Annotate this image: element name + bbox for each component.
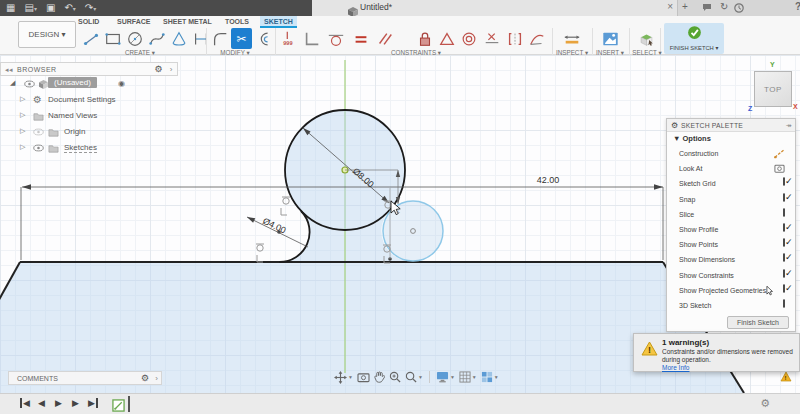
symmetry-constraint-icon[interactable] xyxy=(504,28,525,49)
comments-expand-icon[interactable]: › xyxy=(155,372,158,385)
circle-tool-icon[interactable] xyxy=(124,28,145,49)
comment-bubble-icon[interactable] xyxy=(702,3,712,14)
fillet-tool-icon[interactable] xyxy=(209,28,230,49)
sync-icon[interactable]: ↻ xyxy=(720,1,728,12)
show-points-checkbox[interactable] xyxy=(783,238,785,247)
driven-dimension-icon[interactable]: 999 xyxy=(279,28,300,49)
palette-row-slice[interactable]: Slice xyxy=(667,207,795,222)
curvature-constraint-icon[interactable] xyxy=(526,28,547,49)
expand-arrow-icon[interactable]: ▷ xyxy=(20,143,25,151)
finish-sketch-button[interactable]: FINISH SKETCH ▾ xyxy=(664,23,724,54)
ribbon-tab-sketch[interactable]: SKETCH xyxy=(260,16,297,28)
timeline-skip-end-icon[interactable]: ▶ xyxy=(88,398,98,408)
zoom-tool-icon[interactable] xyxy=(389,371,401,383)
timeline-sketch-feature-icon[interactable] xyxy=(112,398,125,414)
options-section-header[interactable]: ▼ Options xyxy=(667,132,795,146)
visibility-eye-icon[interactable] xyxy=(24,80,35,90)
browser-header[interactable]: ◂◂ BROWSER ⚙ › xyxy=(0,62,178,76)
viewports-icon[interactable]: ▼ xyxy=(481,371,499,383)
palette-row-show-projected-geometries[interactable]: Show Projected Geometries xyxy=(667,283,795,298)
timeline-play-icon[interactable]: ▶ xyxy=(55,398,62,408)
new-tab-icon[interactable]: + xyxy=(682,1,688,12)
slice-checkbox[interactable] xyxy=(783,208,785,217)
orbit-hand-icon[interactable] xyxy=(374,371,385,383)
help-icon[interactable]: ? xyxy=(795,1,800,12)
timeline-step-back-icon[interactable]: ◀ xyxy=(38,398,45,408)
save-icon[interactable]: ▣ xyxy=(46,0,55,16)
midpoint-constraint-icon[interactable] xyxy=(481,28,502,49)
palette-row-show-profile[interactable]: Show Profile xyxy=(667,222,795,237)
palette-row-snap[interactable]: Snap xyxy=(667,192,795,207)
ribbon-tab-sheetmetal[interactable]: SHEET METAL xyxy=(163,16,212,28)
sketch-palette-header[interactable]: ⚙ SKETCH PALETTE ↠ xyxy=(667,119,795,132)
display-settings-icon[interactable]: ▼ xyxy=(436,371,455,383)
palette-row-show-points[interactable]: Show Points xyxy=(667,237,795,252)
fit-tool-icon[interactable]: ▼ xyxy=(405,371,423,383)
concentric-constraint-icon[interactable] xyxy=(458,28,479,49)
snap-checkbox[interactable] xyxy=(783,193,785,202)
expand-arrow-icon[interactable]: ◢ xyxy=(10,79,15,87)
timeline-gear-icon[interactable]: ⚙ xyxy=(760,397,770,410)
clock-icon[interactable] xyxy=(734,3,744,15)
browser-row-sketches[interactable]: ▷ Sketches xyxy=(0,140,178,156)
timeline-skip-start-icon[interactable]: ◀ xyxy=(20,398,30,408)
show-constraints-checkbox[interactable] xyxy=(783,269,785,278)
cone-primitive-icon[interactable] xyxy=(168,28,189,49)
redo-icon[interactable]: ↷▾ xyxy=(85,0,96,17)
show-profile-checkbox[interactable] xyxy=(783,223,785,232)
offset-tool-icon[interactable] xyxy=(253,28,274,49)
rectangle-tool-icon[interactable] xyxy=(102,28,123,49)
timeline-position-marker[interactable] xyxy=(128,396,130,412)
palette-collapse-icon[interactable]: ↠ xyxy=(786,119,792,132)
palette-row-construction[interactable]: Construction xyxy=(667,146,795,161)
trim-tool-icon-active[interactable]: ✂ xyxy=(231,28,252,49)
spline-tool-icon[interactable] xyxy=(146,28,167,49)
palette-finish-sketch-button[interactable]: Finish Sketch xyxy=(727,316,789,329)
palette-row-show-dimensions[interactable]: Show Dimensions xyxy=(667,252,795,267)
grid-snaps-icon[interactable]: ▼ xyxy=(459,371,477,383)
construction-icon[interactable] xyxy=(774,148,785,160)
browser-gear-icon[interactable]: ⚙ xyxy=(154,63,163,76)
close-tab-icon[interactable]: × xyxy=(667,1,673,12)
timeline-step-forward-icon[interactable]: ▶ xyxy=(72,398,79,408)
more-info-link[interactable]: More Info xyxy=(662,364,689,371)
sketch-dimension-tool-icon[interactable] xyxy=(190,28,211,49)
visibility-eye-icon[interactable] xyxy=(33,144,44,154)
browser-root-row[interactable]: ◢ (Unsaved) ◉ xyxy=(0,76,178,92)
comments-bar[interactable]: COMMENTS ⚙ › xyxy=(8,371,162,385)
show-projected-geometries-checkbox[interactable] xyxy=(783,284,785,293)
palette-row-look-at[interactable]: Look At xyxy=(667,161,795,176)
app-grid-icon[interactable]: ▦ xyxy=(6,0,15,16)
perpendicular-constraint-icon[interactable] xyxy=(301,28,322,49)
equal-constraint-icon[interactable] xyxy=(350,28,371,49)
3d-sketch-checkbox[interactable] xyxy=(783,299,785,308)
view-cube-top-face[interactable]: TOP xyxy=(754,71,792,107)
ribbon-tab-surface[interactable]: SURFACE xyxy=(117,16,150,28)
file-menu-icon[interactable]: ▤▾ xyxy=(24,0,36,17)
look-at-tool-icon[interactable] xyxy=(357,372,370,383)
look-at-icon[interactable] xyxy=(774,163,785,175)
insert-image-icon[interactable] xyxy=(600,28,621,49)
sketch-canvas[interactable]: 42.00 Ø8.00 Ø4.00 xyxy=(0,55,800,393)
expand-arrow-icon[interactable]: ▷ xyxy=(20,127,25,135)
undo-icon[interactable]: ↶▾ xyxy=(64,0,75,17)
palette-gear-icon[interactable]: ⚙ xyxy=(671,119,678,132)
measure-inspect-icon[interactable] xyxy=(561,28,582,49)
palette-row-show-constraints[interactable]: Show Constraints xyxy=(667,268,795,283)
document-tab[interactable]: Untitled* × xyxy=(312,0,678,16)
browser-row-named-views[interactable]: ▷ Named Views xyxy=(0,108,178,124)
palette-row-3d-sketch[interactable]: 3D Sketch xyxy=(667,298,795,313)
expand-arrow-icon[interactable]: ▷ xyxy=(20,95,25,103)
tangent-constraint-icon[interactable] xyxy=(325,28,346,49)
comments-gear-icon[interactable]: ⚙ xyxy=(141,372,149,385)
sketch-grid-checkbox[interactable] xyxy=(783,177,785,186)
line-tool-icon[interactable] xyxy=(80,28,101,49)
select-tool-icon[interactable] xyxy=(636,28,657,49)
ribbon-tab-tools[interactable]: TOOLS xyxy=(225,16,249,28)
radio-marker-icon[interactable]: ◉ xyxy=(118,79,125,88)
fix-constraint-icon[interactable] xyxy=(436,28,457,49)
browser-expand-icon[interactable]: › xyxy=(170,63,173,76)
browser-row-origin[interactable]: ▷ Origin xyxy=(0,124,178,140)
design-workspace-button[interactable]: DESIGN ▾ xyxy=(18,21,76,48)
collapse-panel-icon[interactable]: ◂◂ xyxy=(5,63,13,76)
